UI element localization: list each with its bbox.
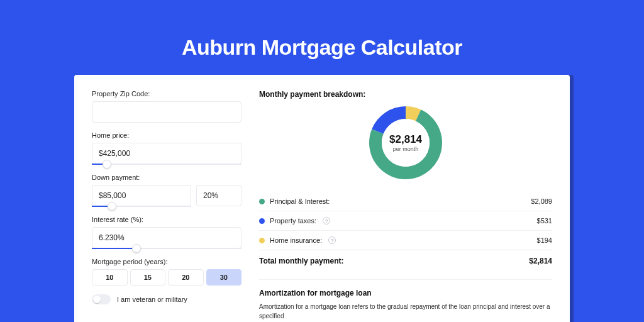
- down-payment-label: Down payment:: [92, 174, 242, 181]
- amortization-text: Amortization for a mortgage loan refers …: [259, 303, 552, 321]
- legend-left: Principal & Interest:: [259, 197, 330, 205]
- down-payment-pct-input[interactable]: [196, 185, 242, 206]
- period-label: Mortgage period (years):: [92, 258, 242, 265]
- veteran-toggle[interactable]: [92, 294, 111, 304]
- breakdown-panel: Monthly payment breakdown: $2,814 per mo…: [259, 90, 552, 322]
- veteran-label: I am veteran or military: [117, 296, 187, 303]
- calculator-card: Property Zip Code: Home price: Down paym…: [74, 75, 570, 322]
- period-field: Mortgage period (years): 10152030: [92, 258, 242, 286]
- interest-slider-thumb[interactable]: [132, 244, 141, 253]
- legend-dot: [259, 199, 265, 204]
- interest-field: Interest rate (%):: [92, 216, 242, 249]
- legend-value: $2,089: [531, 197, 552, 205]
- total-value: $2,814: [529, 257, 552, 265]
- legend-row: Property taxes:?$531: [259, 211, 552, 231]
- legend-value: $194: [537, 236, 552, 244]
- legend-label: Property taxes:: [270, 217, 316, 225]
- period-button-20[interactable]: 20: [168, 269, 204, 286]
- veteran-toggle-knob: [93, 296, 101, 303]
- breakdown-title: Monthly payment breakdown:: [259, 90, 552, 99]
- form-panel: Property Zip Code: Home price: Down paym…: [92, 90, 242, 322]
- donut-chart: $2,814 per month: [368, 105, 443, 180]
- amortization-title: Amortization for mortgage loan: [259, 289, 552, 297]
- legend-dot: [259, 218, 265, 224]
- period-buttons: 10152030: [92, 269, 242, 286]
- donut-sub: per month: [393, 146, 419, 152]
- legend-dot: [259, 238, 265, 243]
- home-price-slider[interactable]: [92, 164, 242, 165]
- legend: Principal & Interest:$2,089Property taxe…: [259, 192, 552, 250]
- home-price-field: Home price:: [92, 131, 242, 165]
- interest-label: Interest rate (%):: [92, 216, 242, 223]
- legend-row: Principal & Interest:$2,089: [259, 192, 552, 211]
- help-icon[interactable]: ?: [323, 217, 330, 225]
- down-payment-input[interactable]: [92, 185, 191, 206]
- period-button-15[interactable]: 15: [130, 269, 166, 286]
- interest-input[interactable]: [92, 227, 242, 248]
- page-title: Auburn Mortgage Calculator: [182, 35, 462, 60]
- zip-label: Property Zip Code:: [92, 90, 242, 97]
- total-label: Total monthly payment:: [259, 257, 343, 265]
- home-price-slider-thumb[interactable]: [103, 160, 111, 169]
- amortization-section: Amortization for mortgage loan Amortizat…: [259, 279, 552, 321]
- help-icon[interactable]: ?: [328, 236, 336, 244]
- period-button-10[interactable]: 10: [92, 269, 128, 286]
- legend-row: Home insurance:?$194: [259, 231, 552, 250]
- total-row: Total monthly payment: $2,814: [259, 250, 552, 273]
- veteran-row: I am veteran or military: [92, 294, 242, 304]
- home-price-input[interactable]: [92, 143, 242, 164]
- legend-label: Home insurance:: [270, 236, 322, 244]
- donut-amount: $2,814: [389, 133, 422, 146]
- zip-input[interactable]: [92, 101, 242, 123]
- interest-slider[interactable]: [92, 248, 242, 249]
- down-payment-slider-thumb[interactable]: [108, 202, 116, 211]
- legend-label: Principal & Interest:: [270, 197, 330, 205]
- home-price-label: Home price:: [92, 131, 242, 139]
- donut-wrap: $2,814 per month: [259, 105, 552, 180]
- legend-left: Home insurance:?: [259, 236, 336, 244]
- down-payment-slider[interactable]: [92, 206, 191, 207]
- down-payment-field: Down payment:: [92, 174, 242, 207]
- period-button-30[interactable]: 30: [206, 269, 242, 286]
- donut-center: $2,814 per month: [368, 105, 443, 180]
- zip-field: Property Zip Code:: [92, 90, 242, 123]
- interest-slider-fill: [92, 248, 136, 249]
- legend-value: $531: [537, 217, 552, 225]
- legend-left: Property taxes:?: [259, 217, 330, 225]
